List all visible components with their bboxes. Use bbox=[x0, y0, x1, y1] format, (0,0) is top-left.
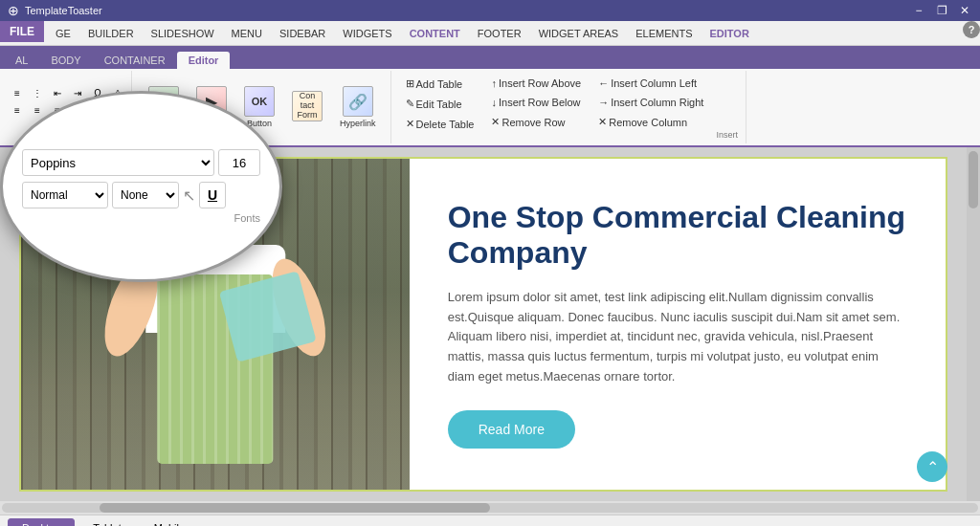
view-tab-desktop[interactable]: Desktop bbox=[8, 518, 75, 527]
edit-table-icon: ✎ bbox=[406, 98, 414, 110]
table-group: ⊞ Add Table ✎ Edit Table ✕ Delete Table … bbox=[393, 71, 746, 143]
menu-ge[interactable]: GE bbox=[48, 23, 78, 44]
delete-table-button[interactable]: ✕ Delete Table bbox=[401, 115, 479, 133]
title-bar: ⊕ TemplateToaster − ❐ ✕ bbox=[0, 0, 980, 21]
bottom-scroll-track bbox=[2, 503, 978, 513]
menu-editor[interactable]: EDITOR bbox=[702, 23, 757, 44]
add-table-button[interactable]: ⊞ Add Table bbox=[401, 75, 479, 93]
font-family-select[interactable]: Poppins bbox=[22, 149, 214, 176]
font-row: Poppins bbox=[22, 149, 260, 176]
menu-footer[interactable]: FOOTER bbox=[470, 23, 529, 44]
hyperlink-button[interactable]: 🔗 Hyperlink bbox=[333, 81, 383, 133]
tab-al[interactable]: AL bbox=[4, 52, 39, 69]
app-logo: ⊕ bbox=[8, 3, 19, 18]
remove-col-icon: ✕ bbox=[598, 116, 607, 128]
underline-button[interactable]: U bbox=[199, 182, 226, 208]
content-heading: One Stop Commercial Cleaning Company bbox=[448, 200, 907, 271]
remove-row-button[interactable]: ✕ Remove Row bbox=[486, 113, 586, 131]
insert-col-right-button[interactable]: → Insert Column Right bbox=[593, 94, 708, 111]
menu-widgets[interactable]: WIDGETS bbox=[335, 23, 399, 44]
menu-builder[interactable]: BUILDER bbox=[80, 23, 142, 44]
row-below-icon: ↓ bbox=[491, 97, 497, 108]
align-left-button[interactable]: ≡ bbox=[8, 101, 27, 119]
row-above-icon: ↑ bbox=[491, 77, 497, 89]
button-icon: OK bbox=[244, 86, 275, 117]
menu-sidebar[interactable]: SIDEBAR bbox=[272, 23, 333, 44]
insert-label: Insert bbox=[716, 130, 738, 140]
bottom-scroll-thumb[interactable] bbox=[100, 503, 490, 513]
decrease-indent-button[interactable]: ⇤ bbox=[48, 84, 67, 101]
menu-slideshow[interactable]: SLIDESHOW bbox=[144, 23, 222, 44]
list-unordered-button[interactable]: ≡ bbox=[8, 84, 27, 101]
restore-button[interactable]: ❐ bbox=[934, 4, 949, 17]
remove-row-icon: ✕ bbox=[491, 116, 500, 128]
title-bar-left: ⊕ TemplateToaster bbox=[8, 3, 102, 18]
scroll-to-top-button[interactable]: ⌃ bbox=[917, 451, 947, 482]
text-format-toolbar: Poppins Normal None ↖ U Fonts bbox=[0, 91, 282, 282]
view-tab-mobile[interactable]: Mobile bbox=[140, 518, 199, 527]
menu-menu[interactable]: MENU bbox=[224, 23, 270, 44]
remove-col-button[interactable]: ✕ Remove Column bbox=[593, 113, 708, 131]
col-left-icon: ← bbox=[598, 77, 609, 89]
content-body: Lorem ipsum dolor sit amet, test link ad… bbox=[448, 288, 907, 387]
bottom-scrollbar[interactable] bbox=[0, 501, 980, 515]
app-title: TemplateToaster bbox=[25, 5, 102, 16]
insert-col-left-button[interactable]: ← Insert Column Left bbox=[593, 75, 708, 92]
minimize-button[interactable]: − bbox=[911, 4, 926, 17]
style-row: Normal None ↖ U bbox=[22, 182, 260, 208]
right-scrollbar[interactable] bbox=[967, 147, 980, 501]
text-decoration-select[interactable]: None bbox=[112, 182, 179, 208]
tab-container[interactable]: CONTAINER bbox=[93, 52, 177, 69]
hyperlink-label: Hyperlink bbox=[340, 119, 376, 128]
help-icon[interactable]: ? bbox=[963, 21, 980, 38]
ribbon-tabs: AL BODY CONTAINER Editor bbox=[0, 46, 980, 69]
close-button[interactable]: ✕ bbox=[957, 4, 972, 17]
scroll-thumb[interactable] bbox=[969, 151, 978, 208]
col-right-icon: → bbox=[598, 97, 609, 108]
menu-content[interactable]: CONTENT bbox=[402, 23, 468, 44]
menu-bar: FILE GE BUILDER SLIDESHOW MENU SIDEBAR W… bbox=[0, 21, 980, 46]
content-text-area: One Stop Commercial Cleaning Company Lor… bbox=[410, 159, 946, 490]
title-bar-controls[interactable]: − ❐ ✕ bbox=[911, 4, 972, 17]
delete-table-icon: ✕ bbox=[406, 118, 414, 130]
contact-form-icon: ContactForm bbox=[292, 91, 323, 121]
file-menu[interactable]: FILE bbox=[0, 21, 44, 42]
font-size-input[interactable] bbox=[218, 149, 260, 176]
status-bar: Desktop Tablet Mobile bbox=[0, 515, 980, 526]
insert-row-above-button[interactable]: ↑ Insert Row Above bbox=[486, 75, 586, 92]
add-table-icon: ⊞ bbox=[406, 77, 414, 90]
fonts-label: Fonts bbox=[22, 212, 260, 224]
contact-form-button[interactable]: ContactForm bbox=[285, 86, 329, 128]
view-tab-tablet[interactable]: Tablet bbox=[78, 518, 135, 527]
cursor-icon: ↖ bbox=[183, 186, 195, 205]
menu-widget-areas[interactable]: WIDGET AREAS bbox=[531, 23, 627, 44]
insert-row-below-button[interactable]: ↓ Insert Row Below bbox=[486, 94, 586, 111]
read-more-button[interactable]: Read More bbox=[448, 410, 575, 449]
font-style-select[interactable]: Normal bbox=[22, 182, 108, 208]
tab-body[interactable]: BODY bbox=[39, 52, 92, 69]
list-ordered-button[interactable]: ⋮ bbox=[28, 84, 47, 101]
menu-elements[interactable]: ELEMENTS bbox=[628, 23, 700, 44]
edit-table-button[interactable]: ✎ Edit Table bbox=[401, 95, 479, 113]
hyperlink-icon: 🔗 bbox=[343, 86, 373, 117]
tab-editor[interactable]: Editor bbox=[177, 52, 231, 69]
